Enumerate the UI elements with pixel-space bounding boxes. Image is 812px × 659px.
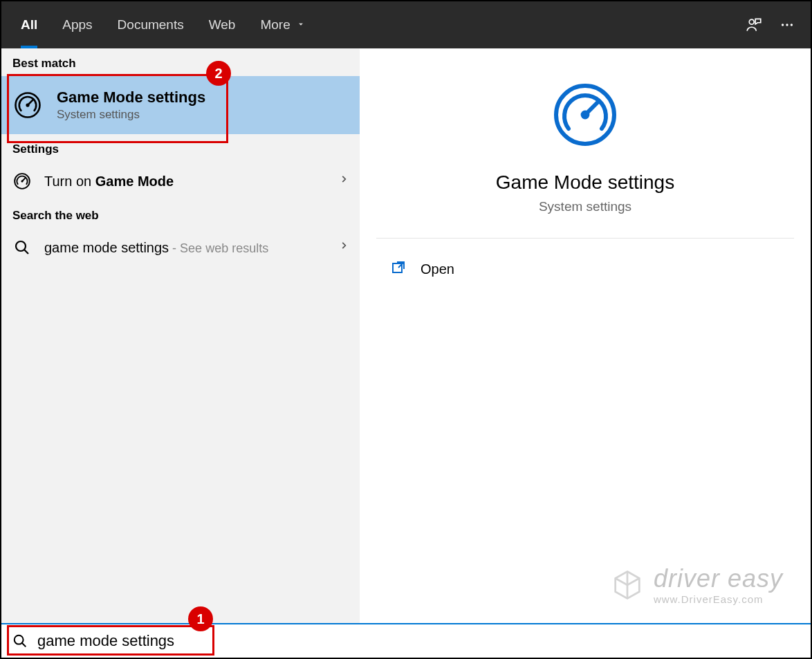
svg-point-16 bbox=[15, 635, 24, 644]
web-result-text: game mode settings - See web results bbox=[44, 240, 268, 256]
svg-point-1 bbox=[782, 24, 784, 26]
svg-point-10 bbox=[16, 241, 26, 251]
watermark: driver easy www.DriverEasy.com bbox=[609, 564, 783, 605]
tab-all[interactable]: All bbox=[8, 1, 50, 48]
svg-point-2 bbox=[786, 24, 788, 26]
best-match-text: Game Mode settings System settings bbox=[57, 89, 205, 122]
svg-line-17 bbox=[22, 643, 26, 647]
settings-row-text: Turn on Game Mode bbox=[44, 174, 174, 189]
settings-result-prefix: Turn on bbox=[44, 174, 95, 189]
tab-all-label: All bbox=[21, 17, 37, 33]
search-filter-tabs: All Apps Documents Web More bbox=[1, 1, 811, 48]
tab-web[interactable]: Web bbox=[196, 1, 248, 48]
tab-apps-label: Apps bbox=[62, 17, 92, 33]
more-options-icon[interactable] bbox=[771, 8, 804, 41]
search-icon bbox=[12, 238, 32, 257]
settings-result-bold: Game Mode bbox=[95, 174, 174, 189]
web-result[interactable]: game mode settings - See web results bbox=[1, 228, 360, 267]
preview-pane: Game Mode settings System settings Open … bbox=[360, 48, 811, 626]
svg-line-6 bbox=[28, 100, 33, 105]
results-list: Best match Game Mode settings System set… bbox=[1, 48, 360, 626]
svg-line-9 bbox=[22, 178, 26, 181]
gauge-icon bbox=[552, 82, 618, 148]
gauge-icon bbox=[12, 90, 43, 120]
best-match-subtitle: System settings bbox=[57, 108, 205, 122]
tab-more[interactable]: More bbox=[248, 1, 317, 48]
tab-web-label: Web bbox=[209, 17, 236, 33]
tab-more-label: More bbox=[260, 17, 290, 33]
search-icon bbox=[12, 633, 28, 649]
preview-subtitle: System settings bbox=[539, 199, 631, 214]
open-label: Open bbox=[421, 261, 454, 277]
watermark-title: driver easy bbox=[654, 564, 783, 593]
open-action[interactable]: Open bbox=[360, 239, 811, 300]
search-bar[interactable] bbox=[1, 623, 811, 658]
search-results-panel: Best match Game Mode settings System set… bbox=[1, 48, 811, 626]
tab-documents-label: Documents bbox=[118, 17, 184, 33]
web-suffix: - See web results bbox=[169, 241, 268, 255]
tab-apps[interactable]: Apps bbox=[50, 1, 104, 48]
section-best-match: Best match bbox=[1, 48, 360, 76]
chevron-down-icon bbox=[296, 17, 306, 33]
svg-point-3 bbox=[791, 24, 793, 26]
settings-result-game-mode[interactable]: Turn on Game Mode bbox=[1, 162, 360, 201]
best-match-title: Game Mode settings bbox=[57, 89, 205, 106]
svg-line-11 bbox=[24, 250, 28, 254]
svg-point-0 bbox=[749, 19, 754, 24]
best-match-result[interactable]: Game Mode settings System settings 2 bbox=[1, 76, 360, 134]
web-query: game mode settings bbox=[44, 240, 169, 255]
preview-title: Game Mode settings bbox=[496, 171, 674, 194]
gauge-icon bbox=[12, 171, 32, 191]
tab-documents[interactable]: Documents bbox=[105, 1, 196, 48]
chevron-right-icon bbox=[339, 238, 349, 257]
svg-line-14 bbox=[585, 101, 599, 115]
search-input[interactable] bbox=[37, 632, 800, 650]
open-icon bbox=[390, 259, 407, 279]
section-search-web: Search the web bbox=[1, 201, 360, 228]
feedback-icon[interactable] bbox=[737, 8, 771, 41]
watermark-url: www.DriverEasy.com bbox=[654, 593, 783, 605]
preview-header: Game Mode settings System settings bbox=[376, 48, 794, 239]
section-settings: Settings bbox=[1, 134, 360, 162]
chevron-right-icon bbox=[339, 171, 349, 191]
